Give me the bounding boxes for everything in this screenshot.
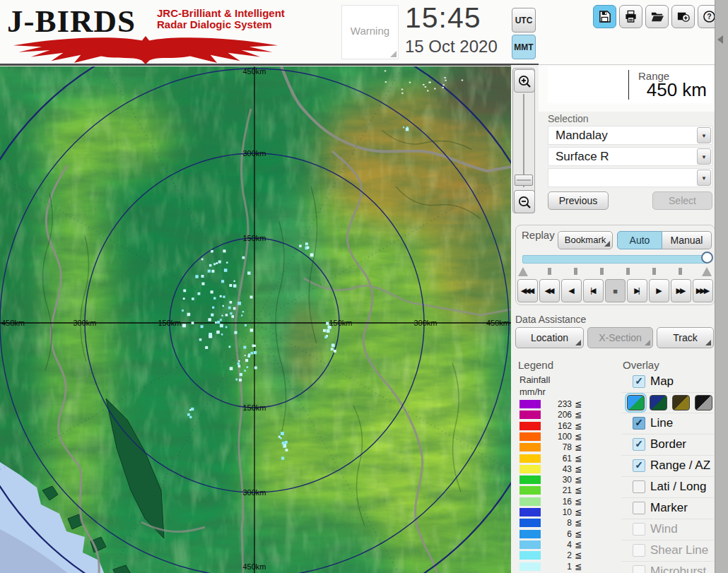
forward-fast-button[interactable]: ▶▶▶ [693,279,713,302]
overlay-item-wind: Wind [621,519,714,540]
selection-dropdown-3[interactable]: ▼ [548,168,712,187]
utc-button[interactable]: UTC [512,8,536,33]
zoom-slider-track[interactable] [523,94,524,187]
zoom-out-icon [517,195,532,209]
map-style-terrain-button[interactable] [627,395,645,410]
play-reverse-button[interactable]: ◀ [561,279,582,302]
range-value: 450 km [647,79,707,101]
overlay-label: Wind [650,522,678,536]
select-button[interactable]: Select [652,191,712,210]
chevron-down-icon[interactable]: ▼ [697,127,711,143]
legend-row: 233≦ [519,399,604,409]
legend-swatch [519,562,541,571]
step-forward-button[interactable]: ▶| [627,279,647,302]
checkbox-border[interactable]: ✓ [633,438,645,451]
print-icon [624,10,638,23]
zoom-slider-handle[interactable] [515,175,533,186]
selection-dropdown-2[interactable]: Surface R▼ [548,147,712,166]
checkbox-map[interactable]: ✓ [633,375,645,388]
map-style-olive-button[interactable] [672,395,690,410]
legend-value: 2 [542,550,572,560]
legend-swatch [519,508,541,516]
legend-swatch [519,486,541,495]
step-back-button[interactable]: |◀ [583,279,604,302]
rewind-button[interactable]: ◀◀ [539,279,560,302]
legend-swatch [519,422,541,430]
legend-le-symbol: ≦ [575,454,582,463]
open-file-button[interactable] [645,5,669,28]
chevron-down-icon[interactable]: ▼ [697,148,711,165]
stop-button[interactable]: ■ [605,279,626,302]
legend-le-symbol: ≦ [575,497,582,507]
overlay-label: Shear Line [650,543,708,557]
overlay-item-shear-line: Shear Line [621,540,714,561]
rewind-fast-button[interactable]: ◀◀◀ [517,279,538,302]
legend-le-symbol: ≦ [575,421,582,431]
map-style-row [621,392,714,413]
legend-row: 100≦ [519,432,604,442]
print-button[interactable] [619,5,642,28]
checkbox-range-az[interactable]: ✓ [633,459,645,472]
save-button[interactable] [593,5,616,28]
legend-value: 21 [542,485,572,495]
eagle-icon [7,35,284,64]
save-icon [598,10,611,23]
play-button[interactable]: ▶ [649,279,669,302]
manual-button[interactable]: Manual [662,231,712,249]
legend-value: 206 [542,410,572,420]
legend-le-symbol: ≦ [575,540,582,550]
previous-button[interactable]: Previous [548,191,609,210]
map-style-dark-button[interactable] [650,395,667,410]
range-display: Range 450 km [548,66,712,103]
replay-range-end-marker[interactable] [702,267,712,276]
chevron-down-icon[interactable]: ▼ [697,170,711,186]
auto-button[interactable]: Auto [617,231,662,249]
legend-row: 2≦ [519,550,604,560]
legend-swatch [519,519,541,527]
checkbox-lati-long[interactable] [633,480,645,493]
panel-collapse-strip[interactable] [715,0,728,573]
control-panel: Range 450 km Selection Mandalay▼Surface … [511,65,715,573]
warning-panel[interactable]: Warning [341,5,399,59]
replay-label: Replay [522,229,555,241]
replay-range-start-marker[interactable] [518,267,528,276]
checkbox-marker[interactable] [633,502,645,514]
legend-le-symbol: ≦ [575,432,582,442]
overlay-item-marker: Marker [621,497,714,519]
bookmark-button[interactable]: Bookmark [558,231,613,249]
forward-button[interactable]: ▶▶ [671,279,691,302]
svg-text:450km: 450km [1,319,25,327]
warning-label: Warning [351,25,389,37]
checkbox-line[interactable]: ✓ [633,417,645,430]
legend-row: 162≦ [519,421,604,431]
track-button[interactable]: Track [657,327,714,348]
svg-text:300km: 300km [73,319,96,327]
legend-le-symbol: ≦ [575,442,582,452]
replay-progress-bar[interactable] [522,255,708,264]
legend-value: 43 [542,464,572,474]
range-divider [628,70,629,100]
svg-text:450km: 450km [486,319,510,327]
radar-map[interactable]: 150km150km150km150km300km300km300km300km… [0,66,511,573]
location-button[interactable]: Location [515,327,584,348]
overlay-label: Microburst [650,565,706,573]
legend-swatch [519,432,541,441]
zoom-out-button[interactable] [514,190,535,213]
legend-le-symbol: ≦ [575,550,582,560]
legend-swatch [519,540,541,549]
zoom-in-button[interactable] [514,69,535,93]
playback-controls: ◀◀◀◀◀◀|◀■▶|▶▶▶▶▶▶ [517,279,713,302]
radar-map-canvas: 150km150km150km150km300km300km300km300km… [0,66,511,573]
overlay-label: Lati / Long [650,480,706,494]
overlay-label: Marker [650,501,688,515]
replay-slider-handle[interactable] [701,252,713,264]
zoom-in-icon [517,74,532,88]
logo-subtitle: JRC-Brilliant & Intelligent Radar Dialog… [157,8,285,30]
svg-text:450km: 450km [242,562,266,571]
selection-dropdown-1[interactable]: Mandalay▼ [548,126,712,145]
map-style-grey-button[interactable] [695,395,712,410]
x-section-button[interactable]: X-Section [587,327,653,348]
add-image-button[interactable] [671,5,695,28]
mmt-button[interactable]: MMT [512,35,536,59]
svg-text:450km: 450km [242,67,266,76]
